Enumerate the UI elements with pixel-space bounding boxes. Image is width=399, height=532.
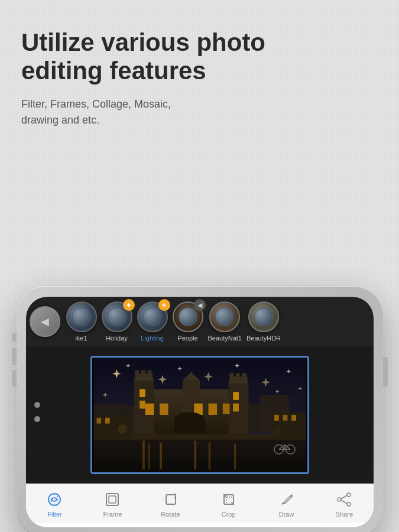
svg-rect-49	[234, 444, 236, 470]
share-icon	[335, 490, 353, 509]
toolbar-item-rotate[interactable]: Rotate	[161, 490, 180, 518]
filter-label-people: People	[177, 335, 197, 342]
svg-rect-38	[140, 401, 145, 409]
svg-rect-35	[208, 404, 217, 415]
filter-back-button[interactable]	[30, 306, 60, 337]
scroll-dot-2	[34, 416, 40, 422]
svg-point-67	[53, 498, 56, 501]
filter-label-lighting: Lighting	[141, 335, 164, 342]
svg-rect-23	[141, 370, 145, 375]
svg-line-81	[341, 495, 347, 499]
toolbar-item-share[interactable]: Share	[335, 490, 353, 518]
filter-label-holiday: Holiday	[106, 335, 128, 342]
filter-label-ike1: ike1	[75, 335, 87, 342]
toolbar-item-draw[interactable]: Draw	[277, 490, 296, 518]
svg-rect-71	[109, 496, 116, 503]
svg-rect-36	[222, 404, 229, 414]
svg-point-42	[174, 412, 205, 429]
svg-rect-72	[166, 495, 176, 504]
power-button[interactable]	[383, 357, 388, 387]
add-badge-holiday: +	[123, 299, 135, 311]
scroll-dots	[34, 402, 40, 422]
main-title: Utilize various photo editing features	[21, 28, 378, 86]
svg-rect-56	[291, 415, 296, 421]
filter-thumb-beautyhdr	[248, 301, 279, 332]
bottom-toolbar: Filter Frame	[26, 484, 374, 523]
svg-point-79	[347, 502, 351, 506]
frame-label: Frame	[103, 511, 122, 518]
svg-point-80	[338, 498, 341, 501]
filter-thumb-ike1	[66, 301, 97, 332]
svg-rect-24	[147, 370, 151, 375]
draw-label: Draw	[279, 511, 294, 518]
svg-rect-32	[145, 404, 154, 415]
svg-rect-29	[242, 373, 246, 378]
scroll-dot-1	[34, 402, 40, 408]
photo-frame	[90, 356, 309, 474]
svg-rect-28	[236, 373, 240, 378]
svg-rect-54	[274, 415, 279, 421]
sound-badge-people: ◀	[194, 299, 206, 311]
volume-up-button[interactable]	[12, 348, 17, 365]
svg-rect-33	[160, 404, 168, 415]
filter-thumb-beautynat1	[209, 301, 240, 332]
add-badge-lighting: +	[158, 299, 170, 311]
app-screen: ike1 + Holiday +	[26, 297, 374, 527]
toolbar-item-frame[interactable]: Frame	[103, 490, 122, 518]
filter-icon	[45, 490, 64, 509]
filter-label-beautyhdr: BeautyHDR	[246, 335, 281, 342]
svg-rect-47	[194, 441, 196, 470]
filter-bar: ike1 + Holiday +	[26, 297, 374, 346]
phone-mockup: ike1 + Holiday +	[17, 286, 383, 532]
filter-item-beautynat1[interactable]: BeautyNat1	[208, 301, 242, 342]
filter-label: Filter	[47, 511, 61, 518]
svg-rect-58	[96, 418, 101, 424]
volume-mute-button[interactable]	[12, 333, 17, 342]
share-label: Share	[336, 511, 353, 518]
svg-rect-44	[142, 441, 145, 470]
toolbar-item-crop[interactable]: Crop	[219, 490, 238, 518]
phone-screen: ike1 + Holiday +	[26, 297, 374, 527]
svg-rect-59	[105, 418, 109, 424]
volume-down-button[interactable]	[12, 370, 17, 387]
filter-item-holiday[interactable]: + Holiday	[102, 301, 132, 342]
filter-item-beautyhdr[interactable]: BeautyHDR	[246, 301, 281, 342]
svg-rect-22	[135, 370, 139, 375]
svg-rect-48	[208, 443, 210, 470]
crop-label: Crop	[222, 511, 236, 518]
svg-rect-27	[229, 373, 233, 378]
subtitle: Filter, Frames, Collage, Mosaic, drawing…	[21, 96, 378, 128]
svg-point-78	[347, 493, 351, 497]
svg-rect-39	[233, 392, 239, 400]
photo-area	[26, 346, 374, 484]
filter-item-lighting[interactable]: + Lighting	[137, 301, 168, 342]
crop-icon	[219, 490, 238, 509]
frame-icon	[103, 490, 122, 509]
toolbar-item-filter[interactable]: Filter	[45, 490, 64, 518]
svg-line-82	[341, 500, 347, 504]
rotate-icon	[161, 490, 180, 509]
castle-scene-svg	[92, 358, 307, 472]
svg-rect-43	[93, 438, 306, 472]
svg-rect-40	[233, 404, 239, 412]
draw-icon	[277, 490, 296, 509]
svg-rect-37	[140, 389, 145, 397]
filter-item-people[interactable]: ◀ People	[173, 301, 203, 342]
content-area: Utilize various photo editing features F…	[0, 0, 399, 128]
svg-rect-45	[148, 444, 150, 470]
phone-outer: ike1 + Holiday +	[17, 286, 383, 532]
rotate-label: Rotate	[161, 511, 180, 518]
svg-rect-46	[160, 443, 162, 470]
svg-rect-55	[283, 415, 287, 421]
filter-label-beautynat1: BeautyNat1	[208, 335, 242, 342]
filter-item-ike1[interactable]: ike1	[66, 301, 97, 342]
svg-rect-70	[106, 494, 118, 505]
